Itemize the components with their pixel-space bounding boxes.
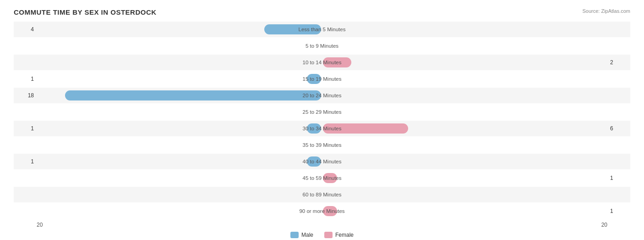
female-bar-wrap bbox=[322, 90, 607, 100]
male-bar-wrap bbox=[37, 156, 322, 167]
bars-section: 60 to 89 Minutes bbox=[37, 187, 607, 202]
chart-row: 45 to 59 Minutes 1 bbox=[14, 170, 630, 186]
male-value: 1 bbox=[14, 125, 37, 132]
bars-section: 15 to 19 Minutes bbox=[37, 71, 607, 87]
bars-section: 40 to 44 Minutes bbox=[37, 154, 607, 169]
source-label: Source: ZipAtlas.com bbox=[582, 8, 630, 14]
chart-area: 4 Less than 5 Minutes 5 to 9 Minutes bbox=[14, 22, 630, 219]
legend-female-box bbox=[324, 232, 333, 238]
female-value: 6 bbox=[607, 125, 630, 132]
male-bar-wrap bbox=[37, 123, 322, 134]
male-bar-wrap bbox=[37, 24, 322, 34]
chart-row: 25 to 29 Minutes bbox=[14, 104, 630, 120]
male-bar-wrap bbox=[37, 41, 322, 51]
bars-section: 30 to 34 Minutes bbox=[37, 121, 607, 136]
legend-female-label: Female bbox=[335, 232, 354, 238]
male-value: 18 bbox=[14, 92, 37, 99]
male-bar-wrap bbox=[37, 140, 322, 150]
female-bar-wrap bbox=[322, 74, 607, 84]
chart-row: 35 to 39 Minutes bbox=[14, 137, 630, 153]
chart-title: COMMUTE TIME BY SEX IN OSTERDOCK bbox=[14, 8, 630, 16]
chart-row: 18 20 to 24 Minutes bbox=[14, 88, 630, 103]
bars-section: 20 to 24 Minutes bbox=[37, 88, 607, 103]
female-bar-wrap bbox=[322, 107, 607, 117]
bars-section: 90 or more Minutes bbox=[37, 203, 607, 219]
female-bar-wrap bbox=[322, 24, 607, 34]
male-bar bbox=[307, 123, 321, 134]
male-bar bbox=[264, 24, 321, 34]
chart-row: 5 to 9 Minutes bbox=[14, 38, 630, 54]
male-bar-wrap bbox=[37, 107, 322, 117]
x-axis-left: 20 bbox=[37, 222, 322, 228]
male-bar-wrap bbox=[37, 173, 322, 183]
bars-section: 35 to 39 Minutes bbox=[37, 137, 607, 153]
female-value: 2 bbox=[607, 59, 630, 66]
male-bar-wrap bbox=[37, 57, 322, 67]
chart-row: 10 to 14 Minutes 2 bbox=[14, 55, 630, 70]
male-bar-wrap bbox=[37, 90, 322, 100]
female-bar bbox=[323, 57, 351, 67]
female-bar-wrap bbox=[322, 140, 607, 150]
female-bar bbox=[323, 206, 337, 216]
male-bar-wrap bbox=[37, 74, 322, 84]
female-bar-wrap bbox=[322, 123, 607, 134]
chart-container: COMMUTE TIME BY SEX IN OSTERDOCK Source:… bbox=[0, 0, 644, 240]
male-bar bbox=[307, 156, 321, 167]
female-value: 1 bbox=[607, 208, 630, 214]
male-bar-wrap bbox=[37, 190, 322, 200]
bars-section: 25 to 29 Minutes bbox=[37, 104, 607, 120]
female-bar bbox=[323, 173, 337, 183]
bars-section: 5 to 9 Minutes bbox=[37, 38, 607, 54]
female-bar bbox=[323, 123, 408, 134]
female-bar-wrap bbox=[322, 190, 607, 200]
legend: Male Female bbox=[14, 232, 630, 238]
female-bar-wrap bbox=[322, 41, 607, 51]
male-value: 1 bbox=[14, 158, 37, 165]
legend-female: Female bbox=[324, 232, 354, 238]
female-bar-wrap bbox=[322, 206, 607, 216]
female-bar-wrap bbox=[322, 156, 607, 167]
chart-row: 1 40 to 44 Minutes bbox=[14, 154, 630, 169]
male-bar-wrap bbox=[37, 206, 322, 216]
bars-section: 10 to 14 Minutes bbox=[37, 55, 607, 70]
legend-male: Male bbox=[290, 232, 313, 238]
chart-row: 1 15 to 19 Minutes bbox=[14, 71, 630, 87]
female-bar-wrap bbox=[322, 173, 607, 183]
female-value: 1 bbox=[607, 175, 630, 181]
chart-row: 1 30 to 34 Minutes 6 bbox=[14, 121, 630, 136]
male-value: 1 bbox=[14, 76, 37, 82]
female-bar-wrap bbox=[322, 57, 607, 67]
chart-row: 4 Less than 5 Minutes bbox=[14, 22, 630, 37]
bars-section: 45 to 59 Minutes bbox=[37, 170, 607, 186]
male-bar bbox=[307, 74, 321, 84]
chart-row: 90 or more Minutes 1 bbox=[14, 203, 630, 219]
bars-section: Less than 5 Minutes bbox=[37, 22, 607, 37]
male-value: 4 bbox=[14, 26, 37, 33]
x-axis: 20 20 bbox=[14, 222, 630, 228]
legend-male-label: Male bbox=[301, 232, 313, 238]
male-bar bbox=[65, 90, 321, 100]
chart-row: 60 to 89 Minutes bbox=[14, 187, 630, 202]
x-axis-right: 20 bbox=[322, 222, 607, 228]
legend-male-box bbox=[290, 232, 299, 238]
